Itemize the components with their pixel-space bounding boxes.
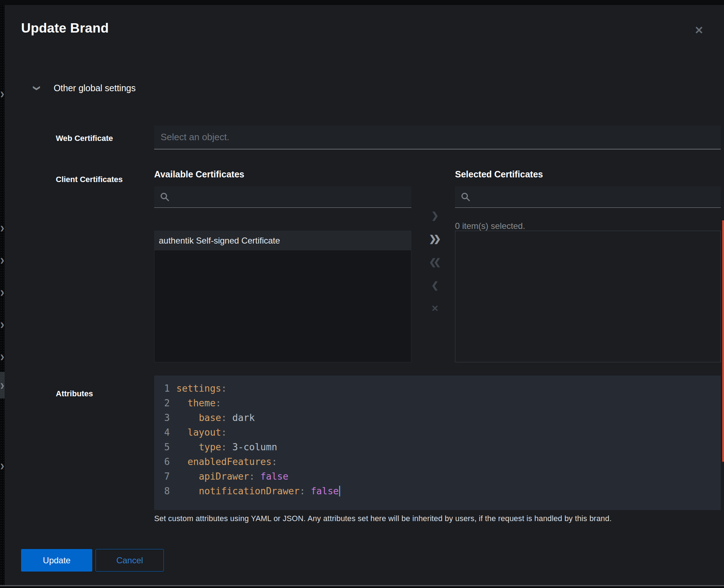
text-cursor — [339, 486, 340, 496]
modal-title: Update Brand — [21, 21, 109, 36]
available-certificates-heading: Available Certificates — [154, 169, 244, 180]
web-certificate-label: Web Certificate — [56, 134, 113, 143]
transfer-add-all-button[interactable]: ❯❯ — [427, 231, 443, 246]
cancel-button[interactable]: Cancel — [96, 549, 164, 572]
code-line: 7 apiDrawer: false — [154, 469, 721, 484]
line-number: 3 — [164, 411, 176, 425]
client-certificates-label: Client Certificates — [56, 175, 123, 184]
code-line: 5 type: 3-column — [154, 440, 721, 455]
available-certificates-list: authentik Self-signed Certificate — [154, 231, 411, 362]
transfer-remove-all-button[interactable]: ❮❮ — [427, 254, 443, 270]
alert-edge-strip — [722, 220, 724, 462]
chevron-left-icon: ❮ — [431, 281, 439, 290]
web-certificate-select[interactable] — [154, 126, 721, 150]
double-chevron-right-icon: ❯❯ — [429, 234, 441, 243]
chevron-right-icon: ❯ — [0, 354, 5, 359]
attributes-help-text: Set custom attributes using YAML or JSON… — [154, 514, 712, 523]
selected-certificates-list — [455, 231, 721, 362]
code-line: 4 layout: — [154, 425, 721, 440]
line-number: 2 — [164, 396, 176, 411]
selected-certificates-heading: Selected Certificates — [455, 169, 543, 180]
clear-icon: ✕ — [431, 304, 439, 313]
chevron-right-icon: ❯ — [0, 290, 5, 295]
line-number: 1 — [164, 381, 176, 396]
dual-list-transfer-controls: ❯ ❯❯ ❮❮ ❮ ✕ — [427, 207, 443, 316]
selected-count-status: 0 item(s) selected. — [455, 221, 525, 231]
transfer-remove-button[interactable]: ❮ — [427, 277, 443, 293]
line-number: 8 — [164, 484, 176, 499]
update-button[interactable]: Update — [21, 549, 92, 572]
code-line: 3 base: dark — [154, 411, 721, 425]
line-number: 7 — [164, 469, 176, 484]
available-certificates-search-input[interactable] — [154, 186, 411, 207]
transfer-add-button[interactable]: ❯ — [427, 207, 443, 223]
code-line: 2 theme: — [154, 396, 721, 411]
chevron-right-icon: ❯ — [0, 258, 5, 263]
attributes-code-editor[interactable]: 1settings:2 theme:3 base: dark4 layout:5… — [154, 376, 721, 510]
background-sidebar-edge: ❯❯❯❯❯❯❯❯ — [0, 5, 5, 588]
chevron-right-icon: ❯ — [0, 322, 5, 327]
update-brand-modal: Update Brand ✕ ❯ Other global settings W… — [5, 5, 724, 585]
line-number: 6 — [164, 455, 176, 469]
section-toggle-other-global-settings[interactable]: ❯ Other global settings — [34, 83, 136, 93]
code-line: 1settings: — [154, 381, 721, 396]
transfer-clear-button[interactable]: ✕ — [427, 300, 443, 316]
chevron-down-icon: ❯ — [33, 85, 41, 91]
attributes-label: Attributes — [56, 389, 93, 398]
chevron-right-icon: ❯ — [0, 383, 5, 388]
list-item[interactable]: authentik Self-signed Certificate — [155, 231, 411, 250]
line-number: 4 — [164, 425, 176, 440]
selected-certificates-search-input[interactable] — [455, 186, 721, 207]
page-top-edge — [0, 0, 724, 5]
double-chevron-left-icon: ❮❮ — [429, 258, 441, 266]
available-certificates-search — [154, 186, 411, 208]
chevron-right-icon: ❯ — [431, 211, 439, 220]
code-line: 6 enabledFeatures: — [154, 455, 721, 469]
section-title: Other global settings — [54, 83, 136, 93]
close-button[interactable]: ✕ — [690, 22, 708, 39]
code-line: 8 notificationDrawer: false — [154, 484, 721, 499]
line-number: 5 — [164, 440, 176, 455]
page-bottom-dark-edge — [0, 586, 724, 588]
chevron-right-icon: ❯ — [0, 91, 5, 97]
chevron-right-icon: ❯ — [0, 225, 5, 231]
selected-certificates-search — [455, 186, 721, 208]
chevron-right-icon: ❯ — [0, 463, 5, 469]
close-icon: ✕ — [694, 25, 703, 36]
